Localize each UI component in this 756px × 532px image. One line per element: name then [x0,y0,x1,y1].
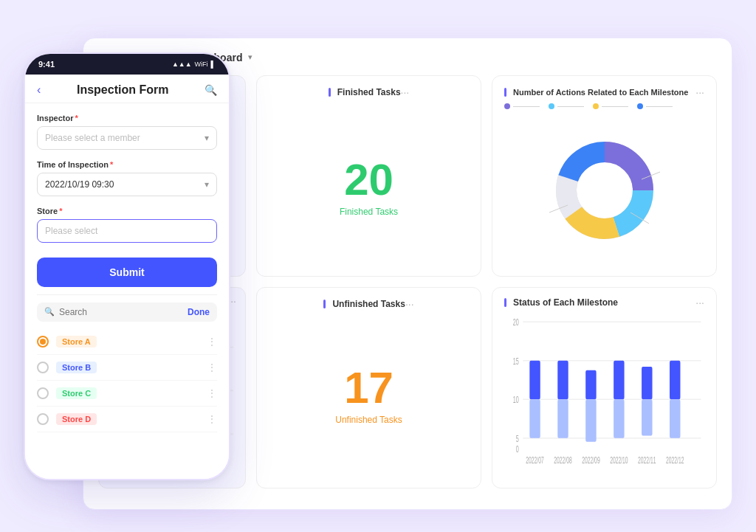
list-item[interactable]: Store C ⋮ [37,381,217,407]
back-button[interactable]: ‹ [37,83,41,97]
svg-text:2022/08: 2022/08 [554,455,572,466]
svg-text:5: 5 [516,432,519,443]
list-item[interactable]: Store D ⋮ [37,407,217,432]
search-button[interactable]: 🔍 [205,84,217,96]
required-marker: * [59,207,62,215]
svg-rect-33 [642,366,652,398]
store-tag-2: Store B [56,362,97,373]
svg-text:2022/07: 2022/07 [526,455,544,466]
store-more-2[interactable]: ⋮ [207,362,217,373]
title-bar-icon [504,88,506,97]
done-button[interactable]: Done [188,307,210,317]
svg-rect-26 [529,399,540,438]
svg-rect-29 [585,370,596,398]
legend-item-3: ———— [593,103,628,110]
card-more-button[interactable]: ··· [695,297,704,308]
store-more-4[interactable]: ⋮ [207,413,217,425]
store-more-1[interactable]: ⋮ [207,336,217,348]
svg-rect-25 [529,360,540,399]
svg-text:10: 10 [513,393,519,404]
time-label: Time of Inspection * [37,160,217,169]
store-radio-4[interactable] [37,413,49,425]
card-donut-title: Number of Actions Related to Each Milest… [504,88,688,97]
svg-text:20: 20 [513,316,519,327]
store-input[interactable]: Please select [37,219,217,243]
app-wrapper: ⏱ Store Opening Dashboard ▾ Finished Tas… [24,23,732,510]
app-title: Inspection Form [77,83,168,97]
title-bar-icon [329,88,331,97]
donut-svg [546,139,664,242]
donut-legend: ———— ———— ———— ———— [504,103,704,110]
store-tag-4: Store D [56,413,97,425]
search-bar: 🔍 Done [37,303,217,322]
finished-tasks-subtitle: Finished Tasks [340,207,398,217]
card-finished-tasks: Finished Tasks ··· 20 Finished Tasks [256,75,481,277]
phone-status-bar: 9:41 ▲▲▲ WiFi ▌ [25,54,229,75]
svg-text:2022/11: 2022/11 [638,455,656,466]
store-radio-3[interactable] [37,387,49,399]
store-radio-1[interactable] [37,336,49,348]
legend-item-4: ———— [637,103,673,110]
card-finished-header: Finished Tasks ··· [329,86,409,98]
svg-rect-34 [642,399,652,435]
title-bar-icon [323,300,326,308]
legend-dot-2 [549,103,554,109]
svg-rect-32 [614,399,624,438]
donut-chart-wrapper [504,116,704,266]
card-bar-chart: Status of Each Milestone ··· 20 15 10 5 … [492,287,717,488]
phone-content: ‹ Inspection Form 🔍 Inspector * Please s… [25,75,229,479]
inspector-field: Inspector * Please select a member ▾ [37,114,217,150]
store-item-left-1: Store A [37,336,97,348]
bar-chart-svg: 20 15 10 5 0 [504,316,704,473]
card-donut-header: Number of Actions Related to Each Milest… [504,86,704,98]
store-item-left-4: Store D [37,413,97,425]
card-bar-title: Status of Each Milestone [504,297,618,308]
battery-icon: ▌ [211,61,216,68]
store-label: Store * [37,207,217,215]
title-bar-icon [504,298,506,307]
donut-container: ———— ———— ———— ———— [504,103,704,266]
inspector-label: Inspector * [37,114,217,122]
phone-form: Inspector * Please select a member ▾ Tim… [25,103,229,466]
store-radio-2[interactable] [37,362,49,373]
store-more-3[interactable]: ⋮ [207,387,217,399]
svg-text:2022/10: 2022/10 [610,455,628,466]
card-more-button[interactable]: ··· [405,298,414,310]
legend-dot-1 [504,103,510,109]
phone-status-icons: ▲▲▲ WiFi ▌ [172,61,216,68]
card-finished-title: Finished Tasks [329,87,401,97]
svg-point-6 [579,165,630,216]
card-donut: Number of Actions Related to Each Milest… [492,75,717,277]
chevron-down-icon: ▾ [205,133,209,143]
legend-item-1: ———— [504,103,540,110]
store-field: Store * Please select [37,207,217,243]
legend-dot-3 [593,103,599,109]
signal-icon: ▲▲▲ [172,61,192,68]
list-item[interactable]: Store A ⋮ [37,329,217,355]
unfinished-tasks-subtitle: Unfinished Tasks [335,415,402,425]
mobile-phone: 9:41 ▲▲▲ WiFi ▌ ‹ Inspection Form 🔍 Insp… [24,52,230,480]
card-bar-header: Status of Each Milestone ··· [504,297,704,308]
required-marker: * [75,114,78,122]
time-input[interactable]: 2022/10/19 09:30 ▾ [37,173,217,196]
card-unfinished-tasks: Unfinished Tasks ··· 17 Unfinished Tasks [256,287,481,488]
phone-app-header: ‹ Inspection Form 🔍 [25,75,229,103]
store-list: Store A ⋮ Store B ⋮ [37,329,217,432]
submit-button[interactable]: Submit [37,258,217,287]
card-unfinished-header: Unfinished Tasks ··· [323,298,413,310]
store-tag-3: Store C [56,387,97,399]
dropdown-arrow-icon[interactable]: ▾ [248,52,252,62]
svg-rect-28 [557,399,568,438]
svg-text:15: 15 [513,355,519,366]
svg-text:0: 0 [516,443,519,455]
card-more-button[interactable]: ··· [401,86,410,98]
list-item[interactable]: Store B ⋮ [37,355,217,381]
inspector-input[interactable]: Please select a member ▾ [37,126,217,150]
svg-rect-30 [585,399,596,441]
finished-tasks-value: 20 [344,158,394,202]
card-more-button[interactable]: ··· [695,86,704,98]
store-tag-1: Store A [56,336,97,348]
svg-rect-35 [670,360,680,399]
legend-item-2: ———— [549,103,584,110]
store-item-left-3: Store C [37,387,97,399]
